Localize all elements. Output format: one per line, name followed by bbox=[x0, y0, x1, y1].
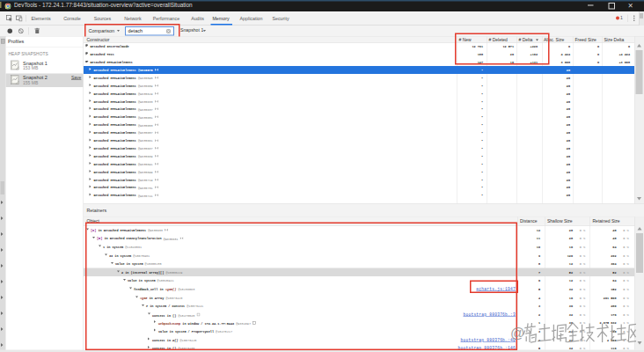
svg-text:@: @ bbox=[510, 325, 525, 341]
